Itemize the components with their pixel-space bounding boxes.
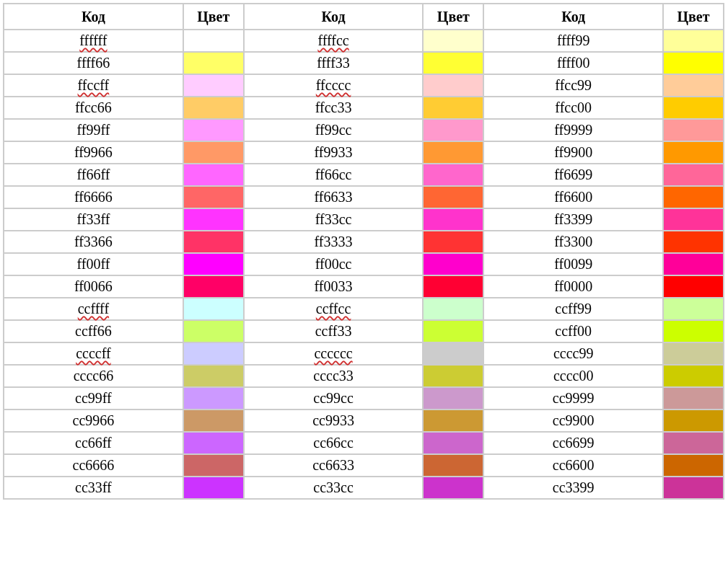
code-text: ff9966 [74,144,113,160]
code-text: ccff33 [315,323,352,339]
code-text: cc6666 [73,457,115,473]
color-swatch [424,142,483,163]
code-text: ffcc33 [315,99,352,115]
code-text: ff0033 [315,278,353,294]
code-cell: ffcc99 [484,75,662,96]
code-text: ccffcc [316,301,351,317]
code-cell: ccff33 [245,321,423,342]
color-swatch [664,388,723,409]
code-text: ffcc99 [555,77,592,93]
code-cell: cc33ff [4,477,183,498]
color-swatch [184,276,243,297]
code-cell: ff0000 [484,276,662,297]
code-text: ff0099 [554,256,592,272]
table-row: ff99ffff99ccff9999 [4,120,723,141]
color-swatch [184,30,243,51]
code-text: ffffcc [317,32,348,48]
table-row: ccffffccffccccff99 [4,298,723,319]
code-cell: ff00ff [4,254,183,275]
code-text: ff33cc [315,211,352,227]
color-swatch [664,433,723,453]
color-swatch [424,410,483,431]
code-cell: ff9933 [245,142,423,163]
color-swatch [184,343,243,364]
code-text: ffcc00 [555,99,592,115]
code-cell: ffff99 [484,30,662,51]
color-swatch [184,366,243,386]
color-swatch [664,298,723,319]
code-text: cc3399 [553,479,595,495]
table-body: ffffffffffccffff99ffff66ffff33ffff00ffcc… [4,30,723,498]
code-text: cccc00 [553,368,594,384]
code-text: cc33cc [313,479,354,495]
code-cell: ff00cc [245,254,423,275]
code-text: ff3366 [74,234,113,249]
color-swatch [424,388,483,409]
code-cell: cc6699 [484,433,662,453]
color-swatch [184,97,243,118]
code-text: cc9933 [312,412,354,428]
color-swatch [424,187,483,208]
code-cell: cc33cc [245,477,423,498]
code-cell: ccff00 [484,321,662,342]
code-text: ccff00 [555,323,592,339]
code-cell: ff6666 [4,187,183,208]
code-cell: ccff66 [4,321,183,342]
color-swatch [184,120,243,141]
code-cell: ff33ff [4,209,183,230]
table-row: ffffffffffccffff99 [4,30,723,51]
table-row: ff66ffff66ccff6699 [4,164,723,185]
table-row: cc6666cc6633cc6600 [4,455,723,476]
code-cell: ff66cc [245,164,423,185]
color-swatch [664,209,723,230]
color-swatch [664,321,723,342]
code-cell: ff0033 [245,276,423,297]
color-swatch [664,142,723,163]
code-text: ff3399 [554,211,592,227]
color-swatch [424,343,483,364]
color-swatch [424,75,483,96]
code-text: ff33ff [76,211,110,227]
color-swatch [664,366,723,386]
color-swatch [184,53,243,74]
code-text: ff3300 [554,234,592,249]
code-cell: cccc00 [484,366,662,386]
code-text: ffcc66 [75,99,112,115]
code-cell: ff3366 [4,231,183,252]
code-cell: cc6600 [484,455,662,476]
code-text: cccc99 [553,345,594,361]
color-swatch [184,433,243,453]
code-text: ff0000 [554,278,592,294]
code-text: ff6633 [315,189,353,205]
code-cell: ff9999 [484,120,662,141]
table-row: ccccffcccccccccc99 [4,343,723,364]
code-text: ccffff [78,301,109,317]
color-swatch [184,231,243,252]
code-cell: cc9966 [4,410,183,431]
table-row: ff6666ff6633ff6600 [4,187,723,208]
code-cell: ccffcc [245,298,423,319]
color-swatch [664,75,723,96]
code-text: ff6699 [554,167,592,182]
code-text: cc6633 [312,457,354,473]
code-text: ffff00 [557,55,590,71]
color-code-table: Код Цвет Код Цвет Код Цвет ffffffffffccf… [3,3,724,500]
code-text: ff9900 [554,144,592,160]
color-swatch [664,97,723,118]
code-text: cc99ff [75,390,112,406]
color-swatch [424,120,483,141]
code-cell: cc9933 [245,410,423,431]
color-swatch [424,30,483,51]
color-swatch [664,120,723,141]
code-text: ffffff [79,32,107,48]
color-swatch [184,254,243,275]
color-swatch [664,410,723,431]
code-cell: ff9900 [484,142,662,163]
code-cell: cc99ff [4,388,183,409]
code-text: ffccff [78,77,110,93]
color-swatch [424,321,483,342]
code-cell: ccffff [4,298,183,319]
color-swatch [184,142,243,163]
code-text: ffff33 [317,55,350,71]
color-swatch [664,254,723,275]
